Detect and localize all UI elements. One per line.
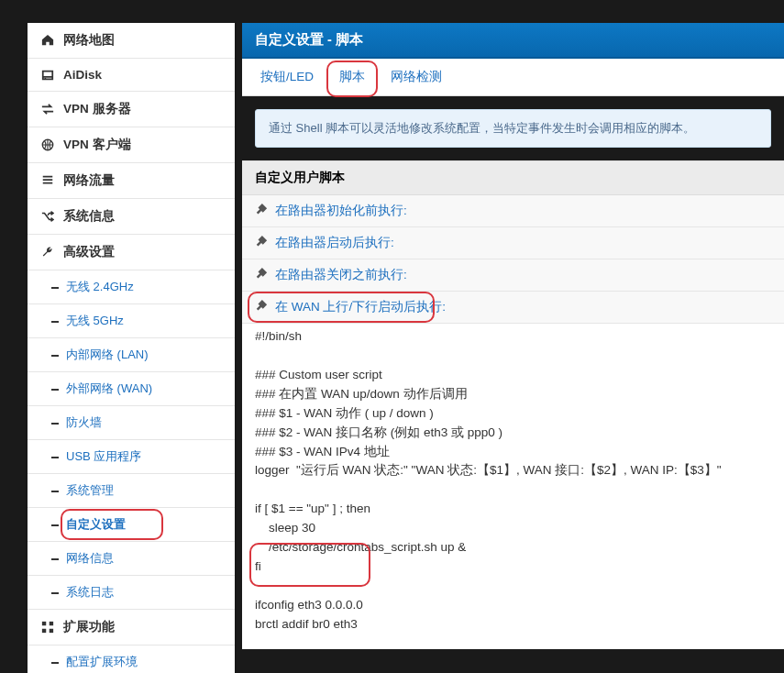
home-icon <box>40 34 54 47</box>
sidebar-item-1[interactable]: AiDisk <box>28 59 235 92</box>
sidebar-item-label: AiDisk <box>63 68 102 82</box>
sidebar-sub-6-7[interactable]: 自定义设置 <box>28 508 235 542</box>
svg-rect-2 <box>41 622 45 625</box>
sidebar-item-0[interactable]: 网络地图 <box>28 23 235 59</box>
sidebar-item-label: VPN 客户端 <box>63 137 131 153</box>
hand-icon <box>255 236 268 251</box>
script-row-3[interactable]: 在 WAN 上行/下行启动后执行: <box>242 292 784 324</box>
script-row-0[interactable]: 在路由器初始化前执行: <box>242 195 784 227</box>
sidebar-sub-7-0[interactable]: 配置扩展环境 <box>28 645 235 673</box>
svg-rect-5 <box>49 629 52 633</box>
script-row-1[interactable]: 在路由器启动后执行: <box>242 227 784 259</box>
sidebar-item-label: 高级设置 <box>63 244 115 260</box>
page-title: 自定义设置 - 脚本 <box>242 23 784 59</box>
globe-icon <box>40 138 54 151</box>
bars-icon <box>40 174 54 187</box>
hand-icon <box>255 300 268 315</box>
notice-text: 通过 Shell 脚本可以灵活地修改系统配置，当特定事件发生时会调用相应的脚本。 <box>255 109 771 148</box>
swap-icon <box>40 103 54 116</box>
sidebar-item-3[interactable]: VPN 客户端 <box>28 127 235 163</box>
svg-rect-3 <box>49 622 52 625</box>
sidebar-item-label: 扩展功能 <box>63 619 115 635</box>
sidebar-item-4[interactable]: 网络流量 <box>28 163 235 199</box>
main-panel: 自定义设置 - 脚本 按钮/LED脚本网络检测 通过 Shell 脚本可以灵活地… <box>242 23 784 673</box>
sidebar-sub-6-9[interactable]: 系统日志 <box>28 576 235 610</box>
wrench-icon <box>40 246 54 259</box>
script-code: #!/bin/sh ### Custom user script ### 在内置… <box>242 324 784 649</box>
script-label: 在 WAN 上行/下行启动后执行: <box>275 299 446 315</box>
grid-icon <box>40 621 54 634</box>
hand-icon <box>255 204 268 219</box>
tab-1[interactable]: 脚本 <box>326 59 378 95</box>
sidebar-sub-6-1[interactable]: 无线 5GHz <box>28 304 235 338</box>
sidebar-item-7[interactable]: 扩展功能 <box>28 610 235 645</box>
sidebar-item-2[interactable]: VPN 服务器 <box>28 92 235 127</box>
sidebar-sub-6-0[interactable]: 无线 2.4GHz <box>28 270 235 304</box>
script-row-2[interactable]: 在路由器关闭之前执行: <box>242 259 784 292</box>
tab-0[interactable]: 按钮/LED <box>248 59 326 95</box>
svg-point-0 <box>44 77 46 79</box>
tab-2[interactable]: 网络检测 <box>378 59 455 95</box>
sidebar-item-label: 网络地图 <box>63 32 115 49</box>
sidebar-sub-6-8[interactable]: 网络信息 <box>28 542 235 576</box>
sidebar-sub-6-4[interactable]: 防火墙 <box>28 406 235 440</box>
hand-icon <box>255 268 268 283</box>
shuffle-icon <box>40 210 54 223</box>
script-label: 在路由器初始化前执行: <box>275 203 407 219</box>
sidebar-sub-6-5[interactable]: USB 应用程序 <box>28 440 235 474</box>
section-header: 自定义用户脚本 <box>242 160 784 195</box>
sidebar-sub-6-3[interactable]: 外部网络 (WAN) <box>28 372 235 406</box>
sidebar-item-5[interactable]: 系统信息 <box>28 199 235 235</box>
sidebar: 网络地图AiDiskVPN 服务器VPN 客户端网络流量系统信息高级设置无线 2… <box>28 23 235 673</box>
sidebar-item-label: 网络流量 <box>63 172 115 189</box>
sidebar-item-label: 系统信息 <box>63 208 115 225</box>
script-label: 在路由器关闭之前执行: <box>275 267 407 283</box>
sidebar-sub-6-2[interactable]: 内部网络 (LAN) <box>28 338 235 372</box>
sidebar-item-label: VPN 服务器 <box>63 101 131 117</box>
tabs: 按钮/LED脚本网络检测 <box>242 59 784 96</box>
svg-rect-4 <box>41 629 45 633</box>
sidebar-item-6[interactable]: 高级设置 <box>28 235 235 270</box>
disk-icon <box>40 69 54 82</box>
sidebar-sub-6-6[interactable]: 系统管理 <box>28 474 235 508</box>
script-label: 在路由器启动后执行: <box>275 235 394 251</box>
